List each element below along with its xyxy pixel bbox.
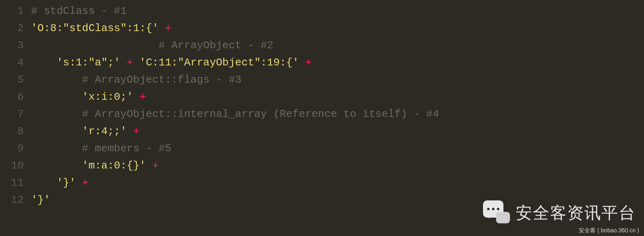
- code-line[interactable]: 'O:8:"stdClass":1:{' +: [31, 20, 644, 37]
- code-line[interactable]: 'r:4;;' +: [31, 123, 644, 140]
- code-line[interactable]: 's:1:"a";' + 'C:11:"ArrayObject":19:{' +: [31, 54, 644, 71]
- code-line[interactable]: # stdClass - #1: [31, 2, 644, 20]
- operator-token: +: [305, 56, 312, 69]
- line-number: 2: [0, 20, 24, 37]
- string-token: 'r:4;;': [82, 125, 127, 137]
- operator-token: +: [152, 160, 159, 172]
- comment-token: # ArrayObject::flags - #3: [82, 74, 242, 86]
- line-number: 9: [0, 140, 24, 157]
- text-token: [120, 56, 127, 69]
- comment-token: # members - #5: [82, 142, 171, 155]
- text-token: [76, 177, 82, 189]
- text-token: [133, 91, 140, 103]
- text-token: [299, 56, 305, 69]
- operator-token: +: [127, 56, 133, 69]
- string-token: 'O:8:"stdClass":1:{': [31, 22, 159, 34]
- line-number: 3: [0, 37, 24, 54]
- string-token: 's:1:"a";': [56, 56, 120, 69]
- line-number: 6: [0, 88, 24, 106]
- line-number: 11: [0, 174, 24, 191]
- line-number: 4: [0, 54, 24, 71]
- text-token: [146, 160, 152, 172]
- operator-token: +: [82, 177, 89, 189]
- string-token: 'C:11:"ArrayObject":19:{': [139, 56, 299, 69]
- string-token: 'x:i:0;': [82, 91, 133, 103]
- operator-token: +: [139, 91, 146, 103]
- line-number: 8: [0, 123, 24, 140]
- operator-token: +: [165, 22, 172, 34]
- text-token: [133, 56, 140, 69]
- code-line[interactable]: 'x:i:0;' +: [31, 88, 644, 106]
- code-line[interactable]: # ArrayObject::internal_array (Reference…: [31, 106, 644, 123]
- watermark-subtitle: 安全客 ( bobao.360.cn ): [579, 226, 639, 235]
- line-number: 12: [0, 191, 24, 209]
- string-token: '}': [31, 194, 50, 206]
- line-number: 7: [0, 106, 24, 123]
- code-line[interactable]: # ArrayObject::flags - #3: [31, 71, 644, 88]
- line-number-gutter: 123456789101112: [0, 2, 31, 209]
- text-token: [127, 125, 133, 137]
- line-number: 5: [0, 71, 24, 88]
- watermark-title: 安全客资讯平台: [516, 200, 636, 225]
- string-token: 'm:a:0:{}': [82, 160, 146, 172]
- comment-token: # ArrayObject - #2: [159, 39, 273, 52]
- code-editor: 123456789101112 # stdClass - #1'O:8:"std…: [0, 0, 644, 209]
- line-number: 1: [0, 2, 24, 20]
- text-token: [159, 22, 165, 34]
- code-line[interactable]: 'm:a:0:{}' +: [31, 157, 644, 174]
- comment-token: # ArrayObject::internal_array (Reference…: [82, 108, 439, 120]
- operator-token: +: [133, 125, 140, 137]
- code-line[interactable]: '}' +: [31, 174, 644, 191]
- watermark: 安全客资讯平台: [483, 200, 636, 225]
- comment-token: # stdClass - #1: [31, 5, 127, 17]
- string-token: '}': [56, 177, 76, 189]
- wechat-bubbles-icon: [483, 200, 510, 225]
- code-line[interactable]: # members - #5: [31, 140, 644, 157]
- code-line[interactable]: # ArrayObject - #2: [31, 37, 644, 54]
- line-number: 10: [0, 157, 24, 174]
- code-area[interactable]: # stdClass - #1'O:8:"stdClass":1:{' + # …: [31, 2, 644, 209]
